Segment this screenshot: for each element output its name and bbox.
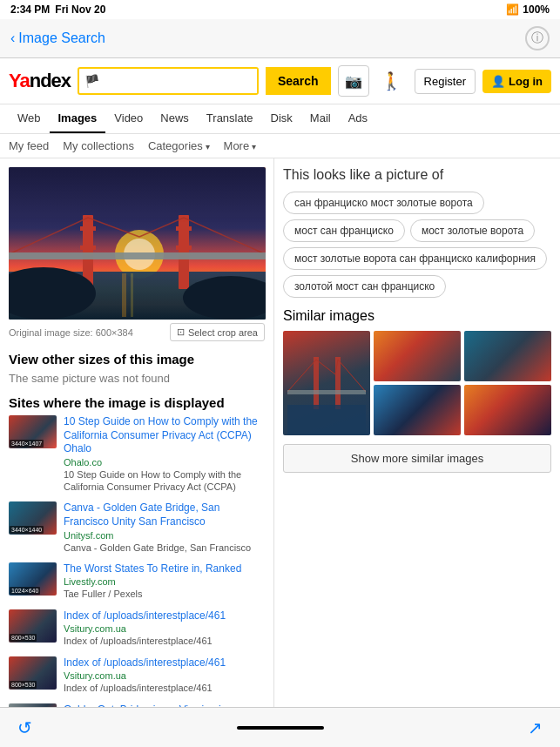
person-icon: 🚶 [381, 71, 402, 91]
site-item: 3440×1440 Canva - Golden Gate Bridge, Sa… [9, 501, 265, 553]
status-time: 2:34 PM [10, 3, 50, 16]
subnav-more[interactable]: More [224, 139, 256, 152]
nav-back-button[interactable]: ‹ Image Search [10, 30, 105, 46]
tab-video[interactable]: Video [105, 104, 152, 133]
tab-images[interactable]: Images [50, 104, 106, 133]
site-link-2[interactable]: The Worst States To Retire in, Ranked [64, 562, 265, 576]
nav-back-label: Image Search [18, 30, 105, 46]
site-desc-2: Tae Fuller / Pexels [64, 588, 265, 600]
login-label: Log in [509, 75, 543, 88]
site-thumb-2: 1024×640 [9, 562, 57, 596]
camera-icon: 📷 [345, 73, 362, 90]
svg-rect-10 [176, 226, 192, 231]
search-input[interactable] [105, 69, 259, 93]
register-button[interactable]: Register [415, 69, 476, 94]
site-link-0[interactable]: 10 Step Guide on How to Comply with the … [64, 415, 265, 456]
left-panel: Original image size: 600×384 ⊡ Select cr… [0, 158, 274, 747]
yandex-logo: Yandex [9, 70, 71, 92]
main-image [9, 167, 266, 320]
svg-rect-8 [80, 226, 96, 231]
original-size-text: Original image size: 600×384 [9, 327, 133, 338]
search-button[interactable]: Search [266, 67, 331, 95]
camera-search-button[interactable]: 📷 [338, 65, 369, 97]
site-item: 800×530 Index of /uploads/interestplace/… [9, 656, 265, 695]
crop-button[interactable]: ⊡ Select crop area [170, 323, 265, 341]
subnav-categories[interactable]: Categories [148, 139, 210, 152]
svg-line-23 [316, 360, 335, 374]
site-desc-3: Index of /uploads/interestplace/461 [64, 635, 265, 647]
looks-like-title: This looks like a picture of [283, 167, 551, 183]
tab-translate[interactable]: Translate [198, 104, 262, 133]
site-thumb-3: 800×530 [9, 609, 57, 643]
crop-label: Select crop area [188, 327, 258, 338]
site-item: 800×530 Index of /uploads/interestplace/… [9, 609, 265, 648]
scroll-indicator [237, 726, 324, 730]
status-date: Fri Nov 20 [55, 3, 105, 16]
site-item: 1024×640 The Worst States To Retire in, … [9, 562, 265, 601]
back-chevron-icon: ‹ [10, 30, 15, 46]
svg-rect-7 [179, 215, 189, 289]
nav-right: ⓘ [525, 26, 550, 50]
svg-rect-27 [287, 405, 366, 435]
site-info-4: Index of /uploads/interestplace/461 Vsit… [64, 656, 265, 695]
login-user-icon: 👤 [491, 75, 505, 88]
site-desc-1: Canva - Golden Gate Bridge, San Francisc… [64, 542, 265, 554]
tab-disk[interactable]: Disk [262, 104, 301, 133]
tag-0[interactable]: сан франциско мост золотые ворота [283, 192, 484, 214]
same-picture-text: The same picture was not found [9, 372, 265, 385]
site-domain-2[interactable]: Livestly.com [64, 576, 265, 587]
battery-text: 100% [523, 3, 550, 16]
site-link-3[interactable]: Index of /uploads/interestplace/461 [64, 609, 265, 623]
site-desc-4: Index of /uploads/interestplace/461 [64, 682, 265, 694]
site-domain-1[interactable]: Unitysf.com [64, 530, 265, 541]
similar-image-sm-1[interactable] [464, 331, 551, 381]
main-content: Original image size: 600×384 ⊡ Select cr… [0, 158, 560, 747]
svg-rect-16 [9, 252, 266, 259]
wifi-icon: 📶 [506, 3, 519, 16]
tab-mail[interactable]: Mail [301, 104, 340, 133]
site-link-1[interactable]: Canva - Golden Gate Bridge, San Francisc… [64, 501, 265, 528]
nav-tabs: Web Images Video News Translate Disk Mai… [0, 104, 560, 134]
tab-web[interactable]: Web [9, 104, 50, 133]
thumb-label-3: 800×530 [10, 634, 37, 642]
similar-title: Similar images [283, 308, 551, 324]
site-domain-3[interactable]: Vsitury.com.ua [64, 623, 265, 634]
refresh-button[interactable]: ↺ [17, 717, 32, 738]
subnav-my-feed[interactable]: My feed [9, 139, 49, 152]
right-panel: This looks like a picture of сан францис… [274, 158, 560, 747]
similar-image-large[interactable] [283, 331, 370, 435]
similar-image-sm-0[interactable] [374, 331, 461, 381]
site-link-4[interactable]: Index of /uploads/interestplace/461 [64, 656, 265, 670]
nav-bar: ‹ Image Search ⓘ [0, 19, 560, 58]
site-info-0: 10 Step Guide on How to Comply with the … [64, 415, 265, 493]
nav-info-button[interactable]: ⓘ [525, 26, 550, 50]
tag-2[interactable]: мост золотые ворота [410, 219, 535, 242]
tag-3[interactable]: мост золотые ворота сан франциско калифо… [283, 247, 547, 270]
site-info-2: The Worst States To Retire in, Ranked Li… [64, 562, 265, 601]
image-info: Original image size: 600×384 ⊡ Select cr… [9, 323, 265, 341]
site-domain-0[interactable]: Ohalo.co [64, 457, 265, 468]
svg-rect-26 [287, 390, 366, 394]
site-domain-4[interactable]: Vsitury.com.ua [64, 670, 265, 681]
site-thumb-4: 800×530 [9, 656, 57, 690]
tab-news[interactable]: News [152, 104, 198, 133]
tag-4[interactable]: золотой мост сан франциско [283, 275, 446, 298]
svg-line-22 [287, 360, 316, 392]
svg-rect-11 [176, 246, 192, 250]
tag-1[interactable]: мост сан франциско [283, 219, 405, 242]
svg-rect-4 [122, 273, 126, 317]
svg-rect-9 [80, 246, 96, 250]
share-button[interactable]: ↗ [528, 717, 543, 738]
login-button[interactable]: 👤 Log in [482, 70, 551, 93]
sub-nav: My feed My collections Categories More [0, 134, 560, 158]
person-icon-button[interactable]: 🚶 [376, 65, 408, 97]
bottom-bar: ↺ ↗ [0, 707, 560, 747]
tab-ads[interactable]: Ads [340, 104, 376, 133]
similar-image-sm-3[interactable] [464, 385, 551, 435]
thumb-label-0: 3440×1407 [10, 440, 44, 448]
subnav-my-collections[interactable]: My collections [63, 139, 134, 152]
thumb-label-4: 800×530 [10, 681, 37, 689]
yandex-header: Yandex 🏴 ✕ Search 📷 🚶 Register 👤 Log in [0, 58, 560, 104]
similar-image-sm-2[interactable] [374, 385, 461, 435]
show-more-similar-button[interactable]: Show more similar images [283, 444, 551, 473]
